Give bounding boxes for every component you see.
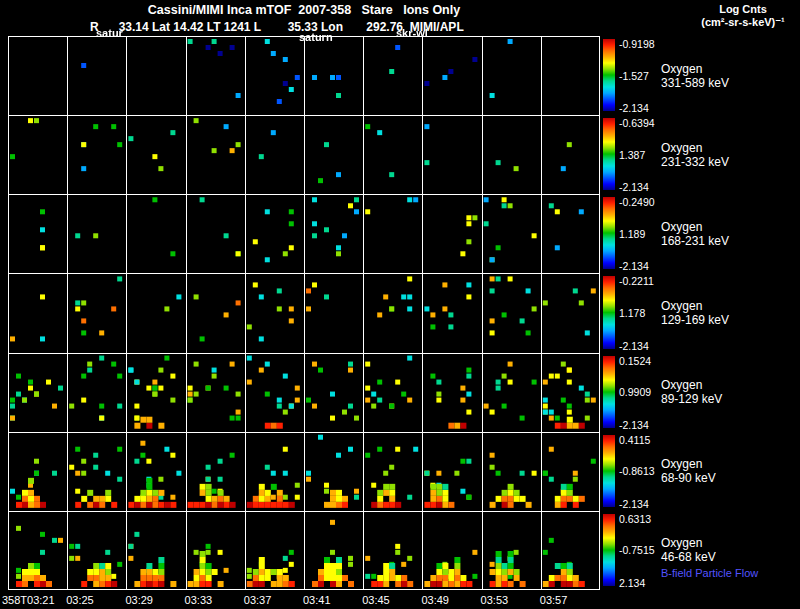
colorbar-tick-max: -0.2211 [619,275,654,287]
panel-energy-label: Oxygen46-68 keV [661,536,716,564]
panel-energy-label: Oxygen89-129 keV [661,378,722,406]
panel-energy-label: Oxygen68-90 keV [661,457,716,485]
colorbar-tick-min: 2.134 [619,577,645,589]
panel-energy-label: Oxygen129-169 keV [661,299,729,327]
colorbar-tick-max: 0.4115 [619,434,650,446]
time-tick-label: 03:25 [66,594,94,606]
species-label: Oxygen [661,378,722,392]
panel-energy-label: Oxygen331-589 keV [661,62,729,90]
event-marker: skr-wl [396,27,428,39]
time-tick-label: 03:57 [540,594,568,606]
species-label: Oxygen [661,536,716,550]
bfield-particle-flow-label: B-field Particle Flow [661,567,758,579]
energy-range-label: 331-589 keV [661,76,729,90]
colorbar [603,276,615,348]
time-tick-label: 03:53 [481,594,509,606]
colorbar-tick-min: -2.134 [619,498,649,510]
plot-title: Cassini/MIMI Inca mTOF 2007-358 Stare Io… [8,3,600,17]
time-tick-label: 03:29 [125,594,153,606]
energy-range-label: 46-68 keV [661,550,716,564]
energy-range-label: 89-129 keV [661,392,722,406]
energy-range-label: 168-231 keV [661,234,729,248]
colorbar [603,39,615,111]
spectrogram-canvas [8,36,600,590]
time-tick-label: 03:49 [421,594,449,606]
colorbar-tick-mid: 1.189 [619,228,645,240]
colorbar-tick-max: -0.2490 [619,196,655,208]
log-cnts-label: Log Cnts [688,3,798,16]
colorbar-tick-mid: -1.527 [619,70,649,82]
energy-range-label: 129-169 keV [661,313,729,327]
species-label: Oxygen [661,299,729,313]
colorbar [603,514,615,586]
colorbar [603,356,615,428]
species-label: Oxygen [661,220,729,234]
colorbar-tick-max: -0.6394 [619,117,655,129]
time-tick-label: 03:41 [303,594,331,606]
colorbar-tick-min: -2.134 [619,260,649,272]
colorbar-tick-min: -2.134 [619,340,649,352]
colorbar [603,435,615,507]
event-marker: satur [96,27,123,39]
colorbar [603,197,615,269]
colorbar-tick-max: 0.6313 [619,513,651,525]
time-tick-label: 03:33 [185,594,213,606]
time-tick-label: 358T03:21 [2,594,55,606]
colorbar-tick-mid: 1.387 [619,149,645,161]
colorbar-tick-min: -2.134 [619,419,649,431]
colorbar-tick-min: -2.134 [619,102,649,114]
time-tick-label: 03:37 [244,594,272,606]
species-label: Oxygen [661,457,716,471]
panel-energy-label: Oxygen168-231 keV [661,220,729,248]
colorbar-tick-max: 0.1524 [619,355,651,367]
species-label: Oxygen [661,141,729,155]
species-label: Oxygen [661,62,729,76]
cassini-mimi-screen: Cassini/MIMI Inca mTOF 2007-358 Stare Io… [0,0,800,609]
event-marker: saturn [299,31,333,43]
energy-range-label: 231-332 keV [661,155,729,169]
colorbar-tick-mid: 0.9909 [619,386,651,398]
colorbar-tick-mid: -0.8613 [619,465,655,477]
colorbar-tick-mid: -0.7515 [619,544,655,556]
colorbar [603,118,615,190]
energy-range-label: 68-90 keV [661,471,716,485]
colorbar-tick-min: -2.134 [619,181,649,193]
log-cnts-units: (cm²-sr-s-keV)⁻¹ [688,16,798,29]
colorbar-tick-mid: 1.178 [619,307,645,319]
colorbar-units-block: Log Cnts (cm²-sr-s-keV)⁻¹ [688,3,798,29]
time-axis: 358T03:2103:2503:2903:3303:3703:4103:450… [0,594,800,608]
colorbar-tick-max: -0.9198 [619,38,655,50]
panel-energy-label: Oxygen231-332 keV [661,141,729,169]
time-tick-label: 03:45 [362,594,390,606]
